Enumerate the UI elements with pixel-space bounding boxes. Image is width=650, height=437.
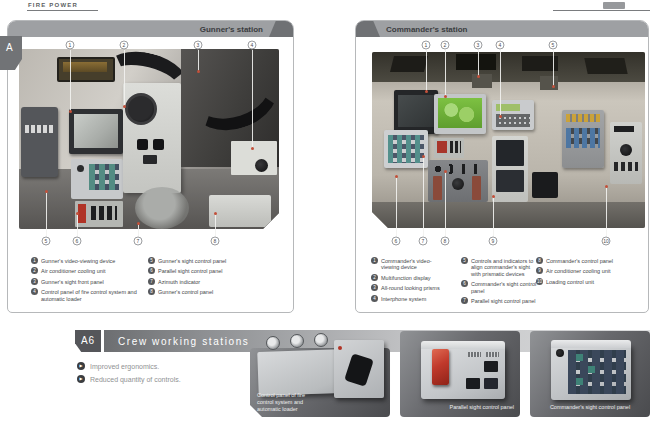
leader-line (445, 171, 446, 237)
gunner-panel-header: Gunner's station (8, 21, 293, 37)
legend-number-badge: 2 (31, 267, 38, 274)
section-code-badge: A6 (75, 330, 101, 352)
commander-legend-col2: 5 Controls and indicators to align comma… (461, 257, 539, 307)
legend-number-badge: 2 (371, 274, 378, 281)
commander-legend-col1: 1 Commander's video-viewing device 2 Mul… (371, 257, 447, 305)
card-caption: Commander's sight control panel (530, 404, 650, 411)
leader-dot (444, 170, 447, 173)
leader-line (70, 50, 71, 111)
toggle-row-shape (450, 141, 461, 153)
legend-number-badge: 1 (371, 257, 378, 264)
leader-line (493, 196, 494, 237)
legend-label: Controls and indicators to align command… (471, 257, 539, 277)
red-lever-shape (432, 349, 449, 385)
legend-number-badge: 10 (536, 278, 543, 285)
rotary-knob-shape (266, 336, 280, 350)
legend-item: 4 Interphone system (371, 295, 447, 302)
red-handle-shape (472, 176, 481, 200)
legend-number-badge: 3 (31, 278, 38, 285)
gunner-legend-col1: 1 Gunner's video-viewing device 2 Air co… (31, 257, 139, 305)
legend-label: Commander's sight control panel (471, 280, 539, 294)
leader-dot (492, 195, 495, 198)
legend-item: 1 Commander's video-viewing device (371, 257, 447, 271)
legend-item: 9 Air conditioner cooling unit (536, 267, 636, 274)
gunner-legend-col2: 5 Gunner's sight control panel 6 Paralle… (148, 257, 258, 299)
prism-mount-shape (540, 76, 558, 90)
black-key-shape (466, 378, 480, 389)
small-marking-panels-shape (231, 141, 277, 175)
callout-marker: 3 (194, 41, 203, 50)
callout-marker: 1 (422, 41, 431, 50)
callout-marker: 1 (66, 41, 75, 50)
gunner-panel-title: Gunner's station (200, 25, 263, 34)
leader-line (553, 50, 554, 86)
legend-item: 6 Commander's sight control panel (461, 280, 539, 294)
legend-item: 4 Control panel of fire control system a… (31, 288, 139, 302)
callout-marker: 6 (392, 237, 401, 246)
leader-line (198, 50, 199, 71)
leader-dot (425, 90, 428, 93)
teal-button-shape (576, 378, 583, 385)
black-box-shape (532, 172, 558, 198)
leader-line (426, 50, 427, 91)
callout-marker: 9 (489, 237, 498, 246)
callout-marker: 6 (73, 237, 82, 246)
legend-item: 3 All-round looking prisms (371, 284, 447, 291)
legend-number-badge: 7 (461, 297, 468, 304)
legend-label: Parallel sight control panel (158, 267, 223, 274)
commander-panel-header: Commander's station (356, 21, 648, 37)
vent-slots-shape (468, 352, 481, 357)
gunner-station-panel: Gunner's station (7, 20, 294, 313)
red-buttons-shape (437, 141, 447, 153)
teal-button-shape (576, 354, 583, 361)
leader-line (46, 191, 47, 237)
leader-dot (444, 95, 447, 98)
prism-housing-shape (390, 56, 428, 72)
prism-mount-shape (472, 74, 492, 88)
card-caption: Parallel sight control panel (400, 404, 514, 411)
card-caption: Control panel of fire control system and… (257, 392, 321, 413)
black-key-shape (484, 378, 498, 389)
legend-number-badge: 6 (148, 267, 155, 274)
header-rule-right (553, 10, 650, 11)
gunner-station-photo (19, 49, 279, 229)
leader-line (77, 213, 78, 237)
sight-button-shape (153, 139, 164, 150)
indicator-row-shape (566, 114, 600, 122)
connector-row-shape (25, 125, 53, 133)
leader-line (215, 213, 216, 237)
legend-label: Air conditioner cooling unit (41, 267, 106, 274)
leader-dot (605, 185, 608, 188)
leader-line (396, 176, 397, 237)
callout-marker: 5 (549, 41, 558, 50)
legend-item: 7 Parallel sight control panel (461, 297, 539, 304)
turret-dome-shape (135, 187, 189, 229)
leader-line (252, 50, 253, 148)
leader-dot (251, 147, 254, 150)
legend-number-badge: 6 (461, 280, 468, 287)
legend-item: 3 Gunner's sight front panel (31, 278, 139, 285)
legend-number-badge: 1 (31, 257, 38, 264)
vent-slots-shape (486, 352, 499, 357)
publisher-logo (603, 2, 625, 9)
leader-line (124, 50, 125, 106)
leader-dot (477, 75, 480, 78)
leader-line (500, 50, 501, 116)
legend-label: Air conditioner cooling unit (546, 267, 611, 274)
legend-number-badge: 4 (371, 295, 378, 302)
legend-label: All-round looking prisms (381, 284, 440, 291)
prism-housing-shape (584, 58, 627, 74)
leader-line (423, 156, 424, 237)
legend-label: Gunner's video-viewing device (41, 257, 115, 264)
callout-marker: 8 (211, 237, 220, 246)
legend-number-badge: 5 (461, 257, 468, 264)
bullet-text: Reduced quantity of controls. (90, 376, 181, 383)
bottom-right-unit-shape (209, 195, 271, 227)
callout-marker: 4 (496, 41, 505, 50)
header-rule-left (27, 10, 98, 11)
gunner-header-corner-tab (269, 21, 293, 37)
legend-number-badge: 5 (148, 257, 155, 264)
keypad-block-shape (496, 170, 524, 192)
leader-dot (499, 115, 502, 118)
callout-marker: 4 (248, 41, 257, 50)
